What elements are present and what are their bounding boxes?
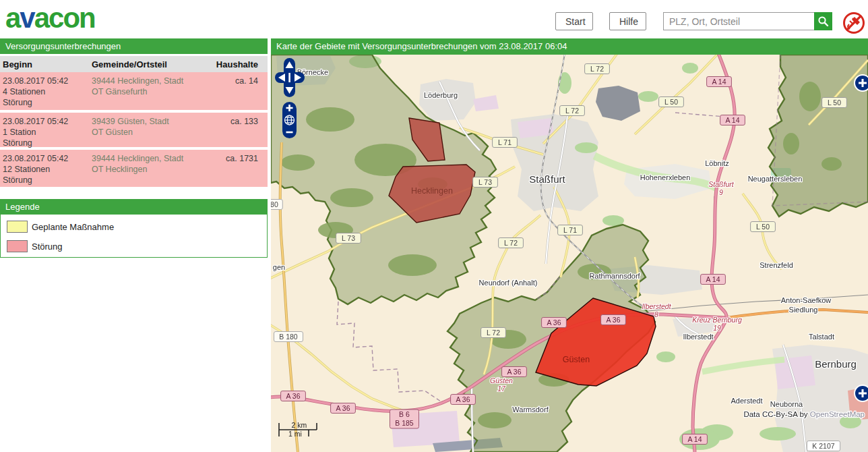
outage-area-label: Hecklingen	[411, 186, 453, 196]
outage-row[interactable]: 23.08.2017 05:421 StationStörung 39439 G…	[0, 113, 268, 147]
svg-text:L 72: L 72	[565, 107, 579, 115]
svg-text:Kreuz Bernburg: Kreuz Bernburg	[692, 316, 742, 324]
svg-text:Ilberstedt: Ilberstedt	[642, 302, 671, 310]
outage-date: 23.08.2017 05:42	[3, 153, 92, 164]
road-badge: K 2107	[807, 441, 840, 451]
road-badge: L 50	[659, 97, 684, 107]
road-badge: L 72	[499, 238, 524, 248]
legend-label: Störung	[32, 242, 63, 252]
town-label: gen	[273, 263, 285, 271]
layer-switcher-button-top[interactable]	[855, 75, 868, 91]
outage-area-label: Güsten	[563, 355, 590, 364]
svg-text:19: 19	[713, 324, 721, 332]
svg-text:180: 180	[271, 200, 278, 208]
outage-gemeinde: 39439 Güsten, Stadt	[92, 116, 207, 127]
col-haushalte: Haushalte	[207, 59, 268, 69]
legend-swatch-planned	[7, 221, 28, 233]
road-badge: L 73	[473, 177, 498, 188]
outage-gemeinde: 39444 Hecklingen, Stadt	[92, 76, 207, 86]
road-badge: A 36	[281, 391, 306, 401]
legend-header: Legende	[0, 199, 268, 215]
town-label: Neugattersleben	[748, 175, 803, 183]
svg-text:L 50: L 50	[828, 98, 841, 107]
outage-ortsteil: OT Gänsefurth	[92, 86, 207, 97]
svg-text:L 50: L 50	[664, 98, 678, 106]
outages-table-header: Beginn Gemeinde/Ortsteil Haushalte	[0, 56, 268, 72]
legend-swatch-disruption	[7, 240, 28, 252]
outage-row[interactable]: 23.08.2017 05:424 StationenStörung 39444…	[0, 72, 268, 110]
svg-text:L 72: L 72	[504, 239, 518, 247]
road-badge: A 36	[331, 403, 356, 414]
svg-text:L 72: L 72	[487, 329, 500, 337]
road-badge: L 71	[558, 225, 583, 235]
legend-box: Geplante Maßnahme Störung	[0, 215, 268, 258]
power-outage-icon	[841, 10, 867, 36]
svg-text:L 71: L 71	[498, 138, 512, 146]
road-badge: 180	[271, 200, 282, 210]
svg-text:2 km: 2 km	[292, 421, 307, 429]
layer-switcher-button-bottom[interactable]	[855, 385, 868, 401]
town-label: Hohenerxleben	[640, 173, 691, 181]
col-gemeinde: Gemeinde/Ortsteil	[92, 59, 207, 69]
road-badge: A 36	[542, 318, 567, 328]
svg-text:A 36: A 36	[336, 404, 350, 412]
svg-text:L 73: L 73	[342, 234, 355, 242]
town-label: Siedlung	[789, 306, 818, 314]
road-badge: L 72	[585, 64, 610, 74]
outage-type: Störung	[3, 175, 92, 186]
svg-text:L 72: L 72	[590, 65, 604, 73]
road-badge: A 14	[707, 77, 732, 87]
svg-text:A 36: A 36	[286, 392, 300, 400]
start-button[interactable]: Start	[555, 12, 593, 30]
top-bar: avacon Start Hilfe	[0, 0, 868, 38]
map-attribution: Data CC-By-SA by OpenStreetMap	[743, 410, 865, 418]
outage-stations: 12 Stationen	[3, 164, 92, 175]
svg-text:8: 8	[654, 310, 658, 318]
road-badge: L 71	[493, 138, 518, 148]
svg-text:L 50: L 50	[756, 223, 770, 231]
outage-haushalte: ca. 133	[207, 116, 268, 148]
svg-text:K 2107: K 2107	[812, 442, 834, 450]
svg-text:L 71: L 71	[563, 226, 577, 234]
road-badge: B 6B 185	[390, 409, 419, 428]
town-label: Talstadt	[809, 333, 834, 341]
legend-item-planned: Geplante Maßnahme	[7, 221, 114, 233]
town-label: Warmsdorf	[512, 405, 549, 414]
map-title-bar: Karte der Gebiete mit Versorgungsunterbr…	[271, 38, 868, 55]
outage-gemeinde: 39444 Hecklingen, Stadt	[92, 153, 207, 164]
town-label: Aderstedt	[731, 397, 762, 405]
map-zoom-control[interactable]	[282, 102, 297, 138]
openstreetmap-link[interactable]: OpenStreetMap	[810, 410, 865, 418]
hilfe-button[interactable]: Hilfe	[609, 12, 646, 30]
road-badge: A 36	[502, 367, 527, 377]
town-label: Staßfurt	[529, 173, 565, 185]
svg-text:A 14: A 14	[687, 435, 702, 443]
town-label: Neuborna	[770, 400, 803, 408]
svg-text:B 180: B 180	[279, 333, 298, 341]
legend-item-disruption: Störung	[7, 240, 63, 252]
search-icon	[817, 16, 829, 27]
search-input[interactable]	[663, 12, 815, 30]
outage-date: 23.08.2017 05:42	[3, 116, 92, 127]
logo-text: a	[5, 2, 20, 34]
outage-stations: 1 Station	[3, 127, 92, 138]
map-container[interactable]: ß BörneckeLöderburgStaßfurtLöbnitzHohene…	[271, 55, 868, 452]
town-label: Strenzfeld	[760, 261, 793, 269]
svg-text:A 14: A 14	[712, 78, 726, 86]
svg-text:A 14: A 14	[706, 275, 720, 283]
search-button[interactable]	[814, 12, 832, 30]
road-badge: A 14	[720, 115, 745, 125]
road-badge: L 72	[481, 328, 506, 338]
town-label: Rathmannsdorf	[589, 272, 640, 280]
map-canvas[interactable]: ß BörneckeLöderburgStaßfurtLöbnitzHohene…	[271, 55, 868, 452]
svg-text:A 14: A 14	[725, 116, 739, 124]
road-badge: A 14	[701, 275, 726, 285]
road-badge: A 36	[601, 315, 626, 325]
outage-row[interactable]: 23.08.2017 05:4212 StationenStörung 3944…	[0, 150, 268, 187]
town-label: Neundorf (Anhalt)	[479, 279, 538, 287]
svg-text:A 36: A 36	[507, 368, 521, 376]
outage-type: Störung	[3, 97, 92, 108]
svg-text:A 36: A 36	[606, 316, 620, 324]
road-badge: B 180	[274, 332, 303, 342]
town-label: Löderburg	[424, 91, 458, 99]
